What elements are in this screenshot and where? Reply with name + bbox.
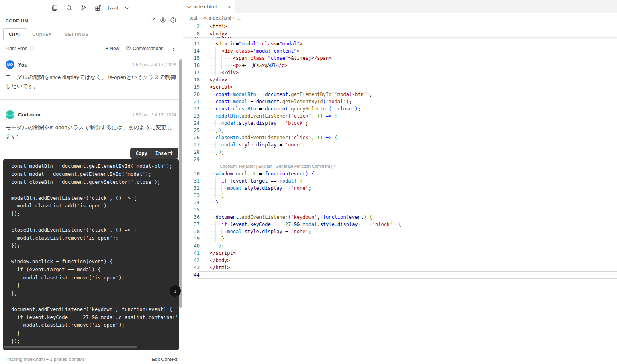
code-line[interactable]: 31····if·(event.target·==·modal)·{ xyxy=(183,177,617,185)
code-line[interactable]: 15········<span·class="close">&times;</s… xyxy=(183,55,617,62)
code-line[interactable]: 30··window.onclick·=·function(event)·{ xyxy=(183,170,617,177)
chevron-right-icon: › xyxy=(233,15,235,21)
editor-group: <> index.html × test › <> index.html › .… xyxy=(183,0,617,364)
open-new-window-icon[interactable] xyxy=(150,17,156,25)
new-conversation-button[interactable]: + New xyxy=(106,46,119,51)
line-number: 26 xyxy=(183,134,200,141)
editor-tab-index-html[interactable]: <> index.html × xyxy=(183,0,235,13)
code-line[interactable]: 29 xyxy=(183,156,617,163)
code-line[interactable]: 12··</div> xyxy=(183,37,617,40)
code-line[interactable]: 21··const·modal·=·document.getElementByI… xyxy=(183,98,617,105)
message-text: モーダルの開閉をstyle displayではなく、 is-openというクラス… xyxy=(6,73,176,91)
chat-message-codeium: {..} Codeium 1:52 pm, Jul 17, 2024 モーダルの… xyxy=(0,100,182,354)
chevron-down-icon[interactable] xyxy=(124,4,131,11)
code-line[interactable]: 28··}); xyxy=(183,148,617,156)
code-line[interactable]: 22··const·closeBtn·=·document.querySelec… xyxy=(183,105,617,112)
code-line[interactable]: 14····<div·class="modal-content"> xyxy=(183,47,617,55)
line-number: 2 xyxy=(183,23,200,30)
html-file-icon: <> xyxy=(187,4,191,9)
down-arrow-icon: ↓ xyxy=(174,288,177,294)
line-number: 27 xyxy=(183,141,200,148)
line-number: 43 xyxy=(183,264,200,271)
line-number: 35 xyxy=(183,206,200,214)
chevron-right-icon: › xyxy=(199,15,201,21)
code-line[interactable]: 38······modal.style.display·=·'none'; xyxy=(183,228,617,235)
kebab-menu-icon[interactable]: ⋮ xyxy=(170,45,177,51)
breadcrumb-more[interactable]: ... xyxy=(237,15,241,21)
code-line[interactable]: 35·· xyxy=(183,206,617,214)
code-line[interactable]: 42</body> xyxy=(183,257,617,264)
message-timestamp: 1:52 pm, Jul 17, 2024 xyxy=(132,62,176,67)
code-line[interactable]: 17····</div> xyxy=(183,69,617,76)
account-icon[interactable] xyxy=(160,17,166,25)
code-line[interactable]: 24····modal.style.display·=·'block'; xyxy=(183,120,617,127)
close-tab-icon[interactable]: × xyxy=(228,4,231,10)
code-line[interactable]: 36··document.addEventListener('keydown',… xyxy=(183,214,617,221)
code-line[interactable]: 41</script> xyxy=(183,250,617,257)
history-icon xyxy=(126,45,131,52)
breadcrumb-folder[interactable]: test xyxy=(190,15,197,21)
code-horizontal-scrollbar[interactable] xyxy=(4,346,137,348)
context-bar: Tracking index.html + 1 pinned context E… xyxy=(0,354,182,364)
code-line[interactable]: 25··}); xyxy=(183,127,617,134)
line-number: 20 xyxy=(183,91,200,98)
code-line[interactable]: 33····} xyxy=(183,192,617,199)
source-control-icon[interactable] xyxy=(80,4,87,11)
code-line[interactable]: 39····} xyxy=(183,235,617,242)
code-line[interactable]: 43</html> xyxy=(183,264,617,271)
code-line[interactable]: 37····if·(event.keyCode·===·27·&&·modal.… xyxy=(183,221,617,228)
sidebar-scrollbar[interactable] xyxy=(179,59,182,308)
panel-header: CODEIUM xyxy=(0,14,182,26)
code-line[interactable]: 44 xyxy=(183,271,617,279)
plan-info-icon[interactable] xyxy=(29,45,35,52)
code-line[interactable]: 26··closeBtn.addEventListener('click',·(… xyxy=(183,134,617,141)
copy-button[interactable]: Copy xyxy=(136,150,147,156)
breadcrumb-file[interactable]: index.html xyxy=(209,15,231,21)
code-line[interactable]: 13··<div·id="modal"·class="modal"> xyxy=(183,40,617,47)
search-icon[interactable] xyxy=(66,4,73,11)
conversations-button[interactable]: Conversations xyxy=(126,45,163,52)
scroll-to-bottom-button[interactable]: ↓ xyxy=(170,285,181,297)
code-line[interactable]: 2<html> xyxy=(183,23,617,30)
code-line[interactable]: 27····modal.style.display·=·'none'; xyxy=(183,141,617,148)
html-file-icon: <> xyxy=(203,16,207,20)
edit-context-button[interactable]: Edit Context xyxy=(152,357,177,362)
code-line[interactable]: 32······modal.style.display·=·'none'; xyxy=(183,185,617,192)
tab-chat[interactable]: CHAT xyxy=(3,28,27,40)
insert-button[interactable]: Insert xyxy=(155,150,173,156)
line-number: 22 xyxy=(183,105,200,112)
breadcrumb: test › <> index.html › ... xyxy=(183,13,617,23)
code-line[interactable]: 19<script> xyxy=(183,83,617,91)
line-number: 25 xyxy=(183,127,200,134)
line-number: 42 xyxy=(183,257,200,264)
codeium-avatar: {..} xyxy=(6,110,14,119)
codelens-codeium-actions[interactable]: Codeium: Refactor | Explain | Generate F… xyxy=(183,163,617,170)
code-line[interactable]: 20··const·modalBtn·=·document.getElement… xyxy=(183,91,617,98)
message-text: モーダルの開閉をis-openクラスで制御するには、次のように変更します: xyxy=(6,123,176,141)
line-number: 40 xyxy=(183,242,200,250)
code-line[interactable]: 40··}); xyxy=(183,242,617,250)
codeium-icon[interactable]: {...} xyxy=(109,4,116,11)
line-number: 23 xyxy=(183,112,200,120)
line-number: 13 xyxy=(183,40,200,47)
line-number: 28 xyxy=(183,148,200,156)
tab-context[interactable]: CONTEXT xyxy=(27,29,59,40)
files-icon[interactable] xyxy=(51,4,58,11)
code-line[interactable]: 18</div> xyxy=(183,76,617,83)
extensions-icon[interactable] xyxy=(95,4,102,11)
tab-settings[interactable]: SETTINGS xyxy=(60,29,94,40)
chat-message-user: MO You 1:52 pm, Jul 17, 2024 モーダルの開閉をsty… xyxy=(0,54,182,91)
codeium-glyph: {...} xyxy=(107,6,118,10)
info-icon[interactable] xyxy=(170,17,176,25)
message-author: Codeium xyxy=(18,112,41,118)
line-number: 44 xyxy=(183,271,200,279)
code-line[interactable]: 34··} xyxy=(183,199,617,206)
line-number: 19 xyxy=(183,83,200,91)
sticky-scroll: 2<html>8<body> xyxy=(183,23,617,37)
code-line[interactable]: 8<body> xyxy=(183,30,617,37)
line-number: 39 xyxy=(183,235,200,242)
code-line[interactable]: 16········<p>モーダルの内容</p> xyxy=(183,62,617,69)
code-line[interactable]: 23··modalBtn.addEventListener('click',·(… xyxy=(183,112,617,120)
line-number: 34 xyxy=(183,199,200,206)
code-editor[interactable]: 2<html>8<body> 12··</div>13··<div·id="mo… xyxy=(183,23,617,364)
